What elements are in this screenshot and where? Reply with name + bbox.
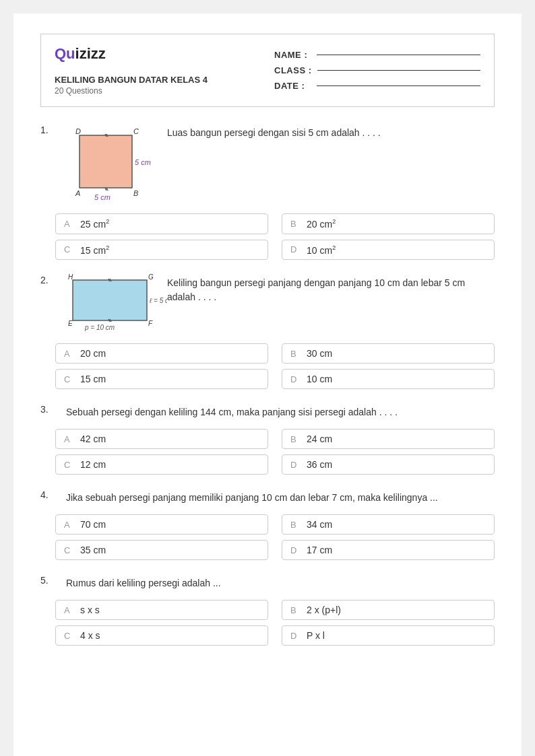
svg-text:B: B <box>133 189 138 197</box>
option-2b: B 30 cm <box>282 343 495 364</box>
svg-text:ℓ = 5 cm: ℓ = 5 cm <box>149 297 167 304</box>
option-2a: A 20 cm <box>55 343 268 364</box>
question-4: 4. Jika sebuah persegi panjang memiliki … <box>40 488 495 560</box>
question-5-number: 5. <box>40 574 55 586</box>
question-1-figure: D C A B 5 cm 5 cm <box>66 123 154 204</box>
header-right: NAME : CLASS : DATE : <box>261 45 480 96</box>
option-3b: B 24 cm <box>282 429 495 449</box>
option-5d: D P x l <box>282 625 495 646</box>
question-2-row: 2. H G E F <box>40 273 495 334</box>
question-1-row: 1. D C A B <box>40 123 495 204</box>
question-2-number: 2. <box>40 273 55 285</box>
svg-text:F: F <box>148 320 153 327</box>
date-label: DATE : <box>274 81 311 91</box>
question-3: 3. Sebuah persegi dengan keliling 144 cm… <box>40 403 495 475</box>
option-1d: D 10 cm2 <box>282 240 495 261</box>
name-label: NAME : <box>274 50 311 60</box>
question-1: 1. D C A B <box>40 123 495 260</box>
option-3a: A 42 cm <box>55 429 268 449</box>
header-box: Quizizz KELILING BANGUN DATAR KELAS 4 20… <box>40 34 495 107</box>
option-3c: C 12 cm <box>55 454 268 475</box>
name-field: NAME : <box>274 50 480 60</box>
question-1-content: D C A B 5 cm 5 cm <box>66 123 495 204</box>
question-5-options: A s x s B 2 x (p+l) C 4 x s D P x l <box>55 600 495 646</box>
svg-text:E: E <box>68 320 73 327</box>
header-left: Quizizz KELILING BANGUN DATAR KELAS 4 20… <box>55 45 261 96</box>
option-1a: A 25 cm2 <box>55 213 268 234</box>
question-4-text: Jika sebuah persegi panjang memiliki pan… <box>66 488 495 505</box>
question-5-text: Rumus dari keliling persegi adalah ... <box>66 574 495 590</box>
question-3-options: A 42 cm B 24 cm C 12 cm D 36 cm <box>55 429 495 475</box>
quiz-title: KELILING BANGUN DATAR KELAS 4 <box>55 75 261 85</box>
date-line <box>317 85 480 86</box>
question-5: 5. Rumus dari keliling persegi adalah ..… <box>40 574 495 646</box>
svg-text:H: H <box>68 273 73 281</box>
page: Quizizz KELILING BANGUN DATAR KELAS 4 20… <box>13 13 522 756</box>
svg-text:C: C <box>133 127 139 135</box>
option-4d: D 17 cm <box>282 540 495 560</box>
name-line <box>317 55 480 55</box>
option-5a: A s x s <box>55 600 268 620</box>
svg-text:D: D <box>75 127 81 135</box>
svg-rect-0 <box>80 135 132 188</box>
option-5b: B 2 x (p+l) <box>282 600 495 620</box>
question-2-options: A 20 cm B 30 cm C 15 cm D 10 cm <box>55 343 495 389</box>
option-3d: D 36 cm <box>282 454 495 475</box>
question-1-number: 1. <box>40 123 55 135</box>
quiz-subtitle: 20 Questions <box>55 86 261 96</box>
class-field: CLASS : <box>274 65 480 75</box>
question-1-text: Luas bangun persegi dengan sisi 5 cm ada… <box>167 123 495 140</box>
question-3-number: 3. <box>40 403 55 415</box>
option-4b: B 34 cm <box>282 514 495 535</box>
class-label: CLASS : <box>274 65 312 75</box>
question-1-options: A 25 cm2 B 20 cm2 C 15 cm2 D 10 cm2 <box>55 213 495 260</box>
question-2-text: Keliling bangun persegi panjang dengan p… <box>167 273 495 304</box>
svg-text:5 cm: 5 cm <box>94 193 111 201</box>
option-2d: D 10 cm <box>282 369 495 389</box>
quizizz-logo: Quizizz <box>55 45 261 63</box>
svg-text:G: G <box>148 273 154 281</box>
svg-rect-11 <box>73 280 147 320</box>
question-3-text: Sebuah persegi dengan keliling 144 cm, m… <box>66 403 495 419</box>
option-1c: C 15 cm2 <box>55 240 268 261</box>
question-2-figure: H G E F ℓ = 5 cm p = 10 cm <box>66 273 154 334</box>
option-4a: A 70 cm <box>55 514 268 535</box>
option-2c: C 15 cm <box>55 369 268 389</box>
question-5-row: 5. Rumus dari keliling persegi adalah ..… <box>40 574 495 590</box>
option-4c: C 35 cm <box>55 540 268 560</box>
question-2: 2. H G E F <box>40 273 495 389</box>
question-2-content: H G E F ℓ = 5 cm p = 10 cm <box>66 273 495 334</box>
date-field: DATE : <box>274 81 480 91</box>
question-3-row: 3. Sebuah persegi dengan keliling 144 cm… <box>40 403 495 419</box>
question-4-options: A 70 cm B 34 cm C 35 cm D 17 cm <box>55 514 495 560</box>
question-4-number: 4. <box>40 488 55 500</box>
option-1b: B 20 cm2 <box>282 213 495 234</box>
question-4-row: 4. Jika sebuah persegi panjang memiliki … <box>40 488 495 505</box>
svg-text:p = 10 cm: p = 10 cm <box>84 324 115 331</box>
svg-text:5 cm: 5 cm <box>135 158 151 166</box>
option-5c: C 4 x s <box>55 625 268 646</box>
class-line <box>317 70 481 71</box>
svg-text:A: A <box>75 189 80 197</box>
